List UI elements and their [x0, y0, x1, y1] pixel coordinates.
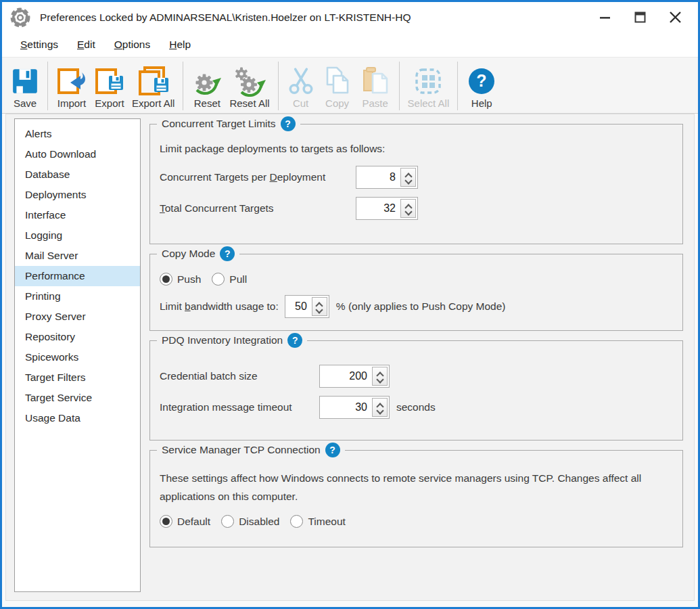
bandwidth-suffix: % (only applies to Push Copy Mode) [336, 300, 506, 313]
spinner-buttons[interactable] [400, 199, 416, 218]
sidebar-item-target-service[interactable]: Target Service [15, 388, 140, 408]
toolbar-separator [399, 62, 400, 110]
group-title: Service Manager TCP Connection ? [157, 443, 345, 457]
select-all-icon [413, 66, 444, 97]
pull-radio[interactable]: Pull [212, 273, 247, 286]
credential-batch-size-label: Credential batch size [160, 370, 319, 382]
sidebar-item-alerts[interactable]: Alerts [15, 124, 140, 144]
sidebar-item-auto-download[interactable]: Auto Download [15, 144, 140, 164]
concurrent-per-deployment-label: Concurrent Targets per Deployment [160, 171, 356, 183]
radio-circle [290, 515, 303, 528]
sidebar-item-logging[interactable]: Logging [15, 225, 140, 246]
radio-circle [212, 273, 225, 286]
total-concurrent-targets-label: Total Concurrent Targets [160, 202, 356, 215]
push-radio[interactable]: Push [160, 273, 201, 286]
concurrent-per-deployment-row: Concurrent Targets per Deployment 8 [160, 166, 672, 189]
service-manager-description: These settings affect how Windows connec… [160, 469, 672, 505]
minimize-icon [600, 12, 610, 22]
menubar: Settings Edit Options Help [2, 32, 698, 58]
toolbar: Save Import Export [2, 58, 698, 114]
reset-icon [191, 66, 223, 97]
export-all-button[interactable]: Export All [129, 60, 178, 112]
credential-batch-size-row: Credential batch size 200 [160, 365, 672, 388]
pdq-inventory-integration-group: PDQ Inventory Integration ? Credential b… [149, 340, 683, 441]
cut-icon [287, 66, 315, 96]
maximize-button[interactable] [625, 7, 655, 28]
svg-text:?: ? [477, 71, 487, 90]
group-title: Copy Mode ? [157, 246, 239, 261]
sidebar-item-deployments[interactable]: Deployments [15, 185, 140, 205]
menu-edit[interactable]: Edit [70, 35, 103, 54]
select-all-button: Select All [404, 60, 453, 112]
client-area: Alerts Auto Download Database Deployment… [5, 114, 695, 601]
gear-icon [9, 6, 32, 29]
spinner-buttons[interactable] [400, 168, 416, 187]
sidebar-item-interface[interactable]: Interface [15, 205, 140, 225]
copy-mode-group: Copy Mode ? Push Pull Limit bandwidth us… [149, 254, 683, 331]
paste-icon [360, 66, 391, 97]
group-title: Concurrent Target Limits ? [157, 116, 300, 131]
toolbar-separator [47, 62, 48, 110]
titlebar: Preferences Locked by ADMINARSENAL\Krist… [2, 2, 698, 32]
service-manager-tcp-group: Service Manager TCP Connection ? These s… [149, 450, 683, 547]
help-icon[interactable]: ? [220, 246, 235, 261]
sidebar-item-database[interactable]: Database [15, 164, 140, 185]
chevron-down-icon [316, 306, 323, 313]
integration-message-timeout-row: Integration message timeout 30 seconds [160, 396, 672, 419]
sidebar-item-mail-server[interactable]: Mail Server [15, 246, 140, 266]
sidebar-item-proxy-server[interactable]: Proxy Server [15, 307, 140, 327]
help-icon[interactable]: ? [287, 333, 302, 348]
window-title: Preferences Locked by ADMINARSENAL\Krist… [40, 12, 590, 24]
paste-button: Paste [356, 60, 394, 112]
cut-button: Cut [283, 60, 319, 112]
export-icon [94, 66, 125, 96]
spinner-buttons[interactable] [312, 297, 327, 316]
copy-icon [322, 66, 353, 97]
minimize-button[interactable] [590, 7, 620, 28]
radio-circle [160, 515, 172, 528]
close-icon [670, 12, 681, 23]
sidebar-item-usage-data[interactable]: Usage Data [15, 408, 140, 428]
menu-settings[interactable]: Settings [13, 35, 66, 54]
total-concurrent-targets-spinner[interactable]: 32 [356, 197, 418, 220]
sidebar-item-target-filters[interactable]: Target Filters [15, 367, 140, 388]
save-button[interactable]: Save [7, 60, 43, 112]
integration-message-timeout-spinner[interactable]: 30 [319, 396, 390, 419]
spinner-buttons[interactable] [372, 398, 388, 417]
import-button[interactable]: Import [53, 60, 91, 112]
export-all-icon [137, 66, 170, 96]
close-button[interactable] [660, 7, 690, 28]
import-icon [56, 66, 87, 96]
concurrent-per-deployment-spinner[interactable]: 8 [356, 166, 418, 189]
disabled-radio[interactable]: Disabled [221, 515, 279, 528]
reset-button[interactable]: Reset [188, 60, 226, 112]
toolbar-separator [183, 62, 183, 110]
export-button[interactable]: Export [91, 60, 129, 112]
default-radio[interactable]: Default [160, 515, 210, 528]
save-icon [11, 67, 39, 95]
timeout-radio[interactable]: Timeout [290, 515, 345, 528]
sidebar-item-spiceworks[interactable]: Spiceworks [15, 347, 140, 367]
sidebar-item-repository[interactable]: Repository [15, 327, 140, 347]
group-title: PDQ Inventory Integration ? [157, 333, 307, 348]
toolbar-separator [457, 62, 458, 110]
menu-help[interactable]: Help [162, 35, 198, 54]
help-button[interactable]: ? Help [463, 60, 500, 112]
integration-message-timeout-label: Integration message timeout [160, 401, 319, 413]
help-icon: ? [466, 66, 497, 97]
spinner-buttons[interactable] [372, 367, 388, 386]
help-icon[interactable]: ? [281, 116, 296, 131]
sidebar-item-performance[interactable]: Performance [15, 266, 140, 286]
credential-batch-size-spinner[interactable]: 200 [319, 365, 390, 388]
concurrent-intro-text: Limit package deployments to targets as … [160, 143, 672, 155]
radio-circle [160, 273, 172, 286]
sidebar-item-printing[interactable]: Printing [15, 286, 140, 307]
help-icon[interactable]: ? [325, 443, 340, 457]
bandwidth-spinner[interactable]: 50 [285, 295, 329, 318]
reset-all-button[interactable]: Reset All [226, 60, 273, 112]
preferences-category-list: Alerts Auto Download Database Deployment… [14, 118, 141, 592]
copy-mode-radio-group: Push Pull [160, 273, 672, 286]
menu-options[interactable]: Options [107, 35, 158, 54]
radio-circle [221, 515, 234, 528]
copy-button: Copy [319, 60, 356, 112]
